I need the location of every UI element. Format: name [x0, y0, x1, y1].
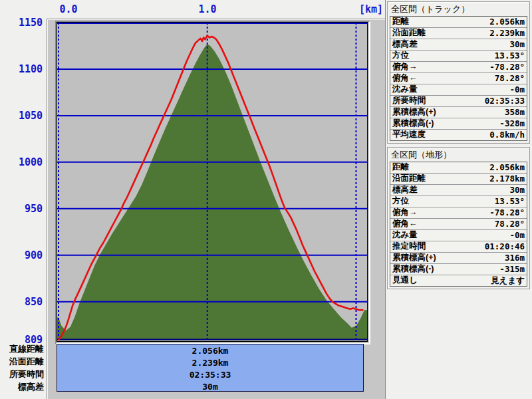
y-axis-tick-label: 950: [0, 203, 43, 214]
stats-section: 全区間（地形）距離2.056km沿面距離2.178km標高差30m方位13.53…: [387, 147, 530, 289]
stats-row-value: -78.28°: [489, 62, 527, 72]
stats-row-label: 推定時間: [390, 241, 485, 252]
stats-row-value: -315m: [499, 264, 527, 275]
stats-row-label: 所要時間: [390, 96, 485, 106]
stats-row-value: 30m: [509, 39, 527, 50]
stats-row: 標高差30m: [390, 185, 527, 196]
stats-row: 累積標高(-)-315m: [390, 264, 527, 275]
stats-row-value: 見えます: [491, 275, 527, 286]
summary-row-label: 直線距離: [0, 343, 44, 355]
stats-row-label: 見通し: [390, 275, 491, 286]
y-axis-tick-label: 1000: [0, 157, 43, 168]
stats-row-label: 沿面距離: [390, 174, 489, 184]
y-axis-tick-label: 1150: [0, 17, 43, 28]
stats-row-value: 78.28°: [495, 219, 527, 229]
stats-row-label: 俯角←: [390, 219, 495, 229]
stats-row-value: 2.178km: [489, 174, 527, 184]
plot-frame: [55, 21, 370, 344]
stats-row: 所要時間02:35:33: [390, 96, 527, 107]
stats-row: 累積標高(+)358m: [390, 107, 527, 118]
stats-row-value: 02:35:33: [485, 96, 527, 106]
stats-row-value: -328m: [499, 118, 527, 129]
stats-row: 見通し見えます: [390, 275, 527, 286]
summary-row-label: 沿面距離: [0, 356, 44, 368]
stats-row-value: 0.8km/h: [489, 130, 527, 140]
stats-row-label: 平均速度: [390, 130, 489, 140]
stats-row: 累積標高(-)-328m: [390, 118, 527, 130]
stats-row-value: 01:20:46: [485, 241, 527, 252]
stats-row: 沈み量-0m: [390, 230, 527, 241]
stats-row: 俯角←78.28°: [390, 219, 527, 230]
stats-row-label: 累積標高(-): [390, 118, 499, 129]
summary-row-label: 標高差: [0, 381, 44, 393]
stats-row-label: 方位: [390, 196, 495, 207]
stats-row-label: 方位: [390, 51, 495, 61]
chart-pane: 2.056km2.239km02:35:3330m: [47, 19, 385, 399]
stats-section-title: 全区間（地形）: [388, 148, 529, 162]
stats-row: 距離2.056km: [390, 162, 527, 174]
stats-row: 標高差30m: [390, 39, 527, 51]
stats-section: 全区間（トラック）距離2.056km沿面距離2.239km標高差30m方位13.…: [387, 1, 530, 144]
stats-table: 距離2.056km沿面距離2.239km標高差30m方位13.53°俯角→-78…: [390, 16, 527, 141]
summary-row-value: 2.239km: [57, 357, 363, 369]
stats-row-value: 2.239km: [489, 28, 527, 39]
stats-row: 推定時間01:20:46: [390, 241, 527, 253]
y-axis-tick-label: 1050: [0, 110, 43, 121]
stats-section-title: 全区間（トラック）: [388, 2, 529, 16]
stats-row-value: -0m: [509, 230, 527, 241]
stats-row: 平均速度0.8km/h: [390, 130, 527, 140]
stats-pane: 全区間（トラック）距離2.056km沿面距離2.239km標高差30m方位13.…: [385, 0, 532, 399]
stats-row: 方位13.53°: [390, 196, 527, 207]
stats-row-label: 俯角→: [390, 62, 489, 72]
stats-row: 方位13.53°: [390, 51, 527, 62]
stats-row-label: 累積標高(-): [390, 264, 499, 275]
stats-row-label: 沈み量: [390, 230, 509, 241]
y-axis-tick-label: 900: [0, 250, 43, 261]
stats-row: 累積標高(+)316m: [390, 253, 527, 264]
stats-row-value: 13.53°: [495, 196, 527, 207]
summary-box: 2.056km2.239km02:35:3330m: [57, 344, 364, 392]
stats-row: 俯角←78.28°: [390, 73, 527, 84]
stats-row-label: 沿面距離: [390, 28, 489, 39]
stats-row-value: 2.056km: [489, 17, 527, 27]
stats-row-label: 俯角←: [390, 73, 495, 84]
plot-area: [57, 22, 368, 342]
stats-row-value: -0m: [509, 84, 527, 95]
stats-row-label: 距離: [390, 162, 489, 173]
stats-row-value: 358m: [505, 107, 527, 118]
stats-row-value: 78.28°: [495, 73, 527, 84]
stats-row-label: 標高差: [390, 39, 509, 50]
stats-row-label: 標高差: [390, 185, 509, 196]
summary-row-value: 02:35:33: [57, 369, 363, 381]
stats-table: 距離2.056km沿面距離2.178km標高差30m方位13.53°俯角→-78…: [390, 162, 527, 287]
stats-row: 俯角→-78.28°: [390, 207, 527, 219]
x-axis-tick-label: 0.0: [59, 4, 78, 15]
summary-row-value: 2.056km: [57, 345, 363, 357]
stats-row: 距離2.056km: [390, 17, 527, 28]
stats-row-value: 2.056km: [489, 162, 527, 173]
stats-row-label: 距離: [390, 17, 489, 27]
stats-row: 沈み量-0m: [390, 84, 527, 96]
stats-row-label: 沈み量: [390, 84, 509, 95]
summary-row-value: 30m: [57, 381, 363, 393]
elevation-chart: [57, 23, 367, 341]
elevation-profile-window: [km] 0.01.0 1150110010501000950900850809…: [0, 0, 532, 399]
stats-row-label: 累積標高(+): [390, 253, 505, 263]
stats-row-value: -78.28°: [489, 207, 527, 218]
y-axis-tick-label: 850: [0, 297, 43, 307]
stats-row: 沿面距離2.239km: [390, 28, 527, 39]
x-axis-unit-label: [km]: [358, 4, 383, 15]
summary-row-label: 所要時間: [0, 368, 44, 380]
stats-row: 俯角→-78.28°: [390, 62, 527, 73]
stats-row-value: 316m: [505, 253, 527, 263]
stats-row-value: 13.53°: [495, 51, 527, 61]
stats-row-value: 30m: [509, 185, 527, 196]
stats-row-label: 俯角→: [390, 207, 489, 218]
stats-row-label: 累積標高(+): [390, 107, 505, 118]
stats-row: 沿面距離2.178km: [390, 174, 527, 185]
y-axis-tick-label: 1100: [0, 64, 43, 74]
x-axis-tick-label: 1.0: [198, 4, 217, 15]
